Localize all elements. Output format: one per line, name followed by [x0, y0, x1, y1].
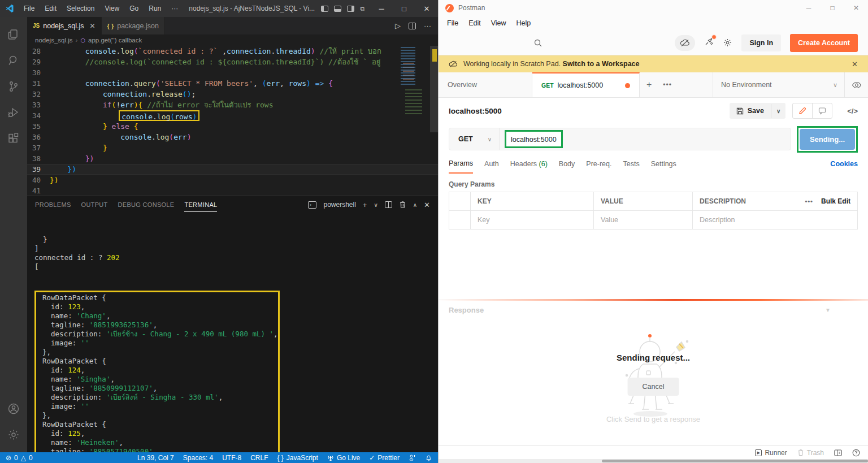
code-line[interactable]: 38 }): [27, 153, 438, 164]
collapse-response-icon[interactable]: ▼: [825, 307, 858, 313]
request-title[interactable]: localhost:5000: [449, 107, 502, 115]
code-line[interactable]: 34 console.log(rows): [27, 110, 438, 121]
tab-request[interactable]: GET localhost:5000: [532, 72, 640, 97]
maximize-button[interactable]: □: [821, 0, 844, 16]
breadcrumb-file[interactable]: nodejs_sql.js: [35, 37, 72, 44]
code-line[interactable]: 39 }): [27, 164, 438, 175]
customize-layout-icon[interactable]: ⧉: [360, 5, 364, 12]
new-tab-button[interactable]: +: [640, 72, 658, 97]
code-snippet-icon[interactable]: </>: [847, 107, 858, 115]
code-line[interactable]: 40}): [27, 175, 438, 185]
menu-file[interactable]: File: [443, 18, 462, 28]
tab-headers[interactable]: Headers (6): [510, 155, 548, 173]
chevron-down-icon[interactable]: ∨: [826, 81, 844, 89]
close-panel-icon[interactable]: ✕: [424, 201, 430, 209]
horizontal-scrollbar[interactable]: [439, 459, 868, 463]
panel-toggle-icon[interactable]: [834, 449, 842, 456]
maximize-button[interactable]: □: [393, 0, 415, 17]
tab-tests[interactable]: Tests: [623, 155, 639, 173]
trash-button[interactable]: Trash: [797, 449, 824, 457]
editor-scrollbar[interactable]: [430, 46, 438, 195]
tab-body[interactable]: Body: [559, 155, 575, 173]
settings-gear-icon[interactable]: [723, 38, 732, 47]
description-input[interactable]: Description: [693, 211, 857, 229]
menu-go[interactable]: Go: [125, 3, 143, 14]
edit-pencil-icon[interactable]: [793, 103, 812, 118]
account-icon[interactable]: [0, 396, 27, 422]
more-actions-icon[interactable]: ···: [424, 21, 431, 30]
language-mode[interactable]: { }JavaScript: [277, 454, 318, 462]
errors-indicator[interactable]: ⊘0△0: [6, 454, 33, 462]
encoding[interactable]: UTF-8: [222, 454, 241, 462]
toggle-panel-icon[interactable]: [334, 6, 341, 12]
bulk-edit-button[interactable]: Bulk Edit: [821, 197, 850, 205]
sign-in-button[interactable]: Sign In: [741, 34, 781, 51]
url-input[interactable]: localhost:5000: [511, 136, 557, 144]
split-editor-icon[interactable]: [409, 23, 416, 29]
toggle-secondary-sidebar-icon[interactable]: [347, 6, 354, 12]
feedback-person-icon[interactable]: [409, 454, 416, 461]
menu-edit[interactable]: Edit: [465, 18, 485, 28]
search-icon[interactable]: [533, 38, 542, 47]
runner-button[interactable]: ▶Runner: [755, 449, 787, 457]
prettier-indicator[interactable]: ✓Prettier: [369, 454, 400, 462]
method-selector[interactable]: GET∨: [449, 128, 500, 150]
code-line[interactable]: 35 } else {: [27, 121, 438, 132]
notifications-bell-icon[interactable]: [425, 454, 432, 461]
code-line[interactable]: 37 }: [27, 142, 438, 153]
search-icon[interactable]: [0, 47, 27, 73]
tab-package-json[interactable]: { } package.json: [102, 17, 165, 34]
tab-settings[interactable]: Settings: [651, 155, 676, 173]
tab-close-icon[interactable]: ✕: [90, 22, 96, 30]
menu-file[interactable]: File: [19, 3, 39, 14]
code-line[interactable]: 30: [27, 67, 438, 78]
environment-selector[interactable]: No Environment: [713, 81, 826, 89]
eol-sequence[interactable]: CRLF: [250, 454, 268, 462]
help-icon[interactable]: [852, 449, 860, 457]
breadcrumb[interactable]: nodejs_sql.js › ⬡ app.get('') callback: [27, 34, 438, 46]
cookies-link[interactable]: Cookies: [830, 160, 858, 168]
create-account-button[interactable]: Create Account: [790, 34, 858, 52]
run-debug-icon[interactable]: [0, 99, 27, 126]
menu-help[interactable]: Help: [513, 18, 535, 28]
terminal-output[interactable]: }]connected id : ? 202[ RowDataPacket { …: [27, 214, 438, 452]
menu-view[interactable]: View: [487, 18, 510, 28]
close-button[interactable]: ✕: [844, 0, 868, 16]
switch-workspace-link[interactable]: Switch to a Workspace: [563, 60, 640, 68]
new-terminal-icon[interactable]: +: [363, 201, 367, 209]
menu-overflow[interactable]: ···: [167, 3, 183, 14]
offline-status-icon[interactable]: [675, 35, 695, 51]
cursor-position[interactable]: Ln 39, Col 7: [137, 454, 174, 462]
maximize-panel-icon[interactable]: ∧: [413, 202, 417, 208]
source-control-icon[interactable]: [0, 73, 27, 99]
code-line[interactable]: 41: [27, 185, 438, 195]
tab-problems[interactable]: PROBLEMS: [35, 198, 71, 211]
scrollbar-thumb[interactable]: [602, 460, 868, 462]
split-terminal-icon[interactable]: [385, 201, 392, 208]
settings-gear-icon[interactable]: [0, 422, 27, 448]
minimap[interactable]: [397, 47, 430, 132]
send-button[interactable]: Sending...: [800, 129, 855, 150]
code-line[interactable]: 28 console.log(`connected id : ?` ,conne…: [27, 46, 438, 57]
code-line[interactable]: 31 connection.query('SELECT * FROM beers…: [27, 78, 438, 89]
tab-params[interactable]: Params: [449, 154, 473, 174]
menu-selection[interactable]: Selection: [62, 3, 99, 14]
tab-options-icon[interactable]: •••: [658, 72, 676, 97]
toggle-sidebar-icon[interactable]: [321, 6, 328, 12]
code-line[interactable]: 29 //console.log(`connected id : ${conne…: [27, 57, 438, 67]
tab-debug-console[interactable]: DEBUG CONSOLE: [118, 198, 175, 211]
shell-name[interactable]: powershell: [323, 201, 355, 209]
extensions-icon[interactable]: [0, 126, 27, 152]
tab-terminal[interactable]: TERMINAL: [184, 198, 217, 212]
save-button[interactable]: Save ∨: [730, 103, 786, 119]
tab-output[interactable]: OUTPUT: [81, 198, 108, 211]
environment-quick-look-icon[interactable]: [844, 72, 868, 97]
capture-requests-icon[interactable]: [704, 37, 714, 49]
menu-edit[interactable]: Edit: [40, 3, 61, 14]
key-input[interactable]: Key: [471, 211, 594, 229]
banner-close-icon[interactable]: ✕: [852, 60, 858, 68]
menu-view[interactable]: View: [100, 3, 124, 14]
save-dropdown-icon[interactable]: ∨: [771, 104, 785, 118]
code-line[interactable]: 36 console.log(err): [27, 132, 438, 142]
minimize-button[interactable]: ─: [370, 0, 393, 17]
